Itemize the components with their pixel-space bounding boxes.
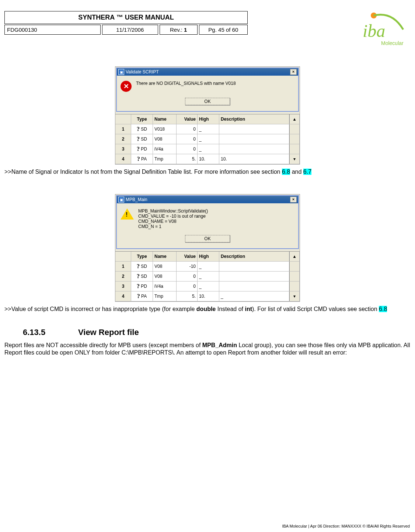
ok-button[interactable]: OK	[185, 235, 230, 242]
scroll-down-icon[interactable]: ▾	[289, 154, 300, 164]
question-icon: ?	[137, 156, 140, 162]
col-type[interactable]: Type	[131, 252, 153, 261]
doc-page: Pg. 45 of 60	[199, 25, 248, 35]
question-icon: ?	[137, 283, 140, 290]
col-name[interactable]: Name	[153, 114, 177, 124]
doc-id: FDG000130	[4, 25, 101, 35]
page-header: SYNTHERA ™ USER MANUAL FDG000130 11/17/2…	[4, 11, 411, 48]
close-icon[interactable]: ×	[290, 197, 297, 203]
scroll-up-icon[interactable]: ▴	[289, 252, 300, 261]
doc-date: 11/17/2006	[102, 25, 158, 35]
doc-rev: Rev.: 1	[160, 25, 198, 35]
question-icon: ?	[137, 136, 140, 142]
iba-logo: iba Molecular	[329, 11, 411, 48]
question-icon: ?	[137, 293, 140, 300]
screenshot-mpb-main: ▣ MPB_Main × MPB_MainWindow::ScriptValid…	[115, 194, 300, 302]
col-name[interactable]: Name	[153, 252, 177, 261]
dialog-title: Validate SCRIPT	[126, 69, 159, 75]
question-icon: ?	[137, 146, 140, 152]
caption-2: >>Value of script CMD is incorrect or ha…	[4, 305, 411, 313]
signal-grid-2: Type Name Value High Description ▴ 1? SD…	[115, 251, 300, 301]
app-icon: ▣	[118, 197, 124, 203]
section-link[interactable]: 6.8	[379, 306, 387, 312]
col-high[interactable]: High	[198, 252, 219, 261]
svg-text:Molecular: Molecular	[381, 40, 404, 46]
col-desc[interactable]: Description	[219, 252, 289, 261]
page-footer: IBA Molecular | Apr 06 Direction: MANXXX…	[282, 524, 410, 528]
signal-grid-1: Type Name Value High Description ▴ 1? SD…	[115, 114, 300, 164]
error-icon: ✕	[121, 81, 132, 92]
scroll-up-icon[interactable]: ▴	[289, 114, 300, 124]
col-value[interactable]: Value	[177, 114, 198, 124]
dialog-mpb-main: ▣ MPB_Main × MPB_MainWindow::ScriptValid…	[116, 195, 299, 249]
ok-button[interactable]: OK	[185, 98, 230, 105]
section-link[interactable]: 6.7	[303, 169, 311, 175]
app-icon: ▣	[118, 69, 124, 75]
col-desc[interactable]: Description	[219, 114, 289, 124]
section-body: Report files are NOT accessible directly…	[4, 342, 411, 356]
section-heading: 6.13.5View Report file	[23, 328, 411, 337]
col-value[interactable]: Value	[177, 252, 198, 261]
section-number: 6.13.5	[23, 328, 78, 337]
col-type[interactable]: Type	[131, 114, 153, 124]
section-link[interactable]: 6.8	[282, 169, 290, 175]
section-title: View Report file	[78, 328, 139, 337]
col-high[interactable]: High	[198, 114, 219, 124]
scroll-down-icon[interactable]: ▾	[289, 291, 300, 301]
dialog-message: There are NO DIGITAL_SIGNALS with name V…	[136, 81, 236, 86]
close-icon[interactable]: ×	[290, 69, 297, 75]
dialog-message: MPB_MainWindow::ScriptValidate() CMD_VAL…	[138, 208, 208, 229]
doc-title: SYNTHERA ™ USER MANUAL	[4, 11, 248, 24]
question-icon: ?	[137, 273, 140, 280]
warning-icon	[121, 208, 134, 220]
screenshot-validate-script: ▣ Validate SCRIPT × ✕ There are NO DIGIT…	[115, 66, 300, 165]
dialog-title: MPB_Main	[126, 197, 147, 202]
question-icon: ?	[137, 263, 140, 270]
dialog-validate-script: ▣ Validate SCRIPT × ✕ There are NO DIGIT…	[116, 68, 299, 112]
caption-1: >>Name of Signal or Indicator Is not fro…	[4, 168, 411, 176]
question-icon: ?	[137, 126, 140, 132]
svg-text:iba: iba	[363, 21, 385, 41]
